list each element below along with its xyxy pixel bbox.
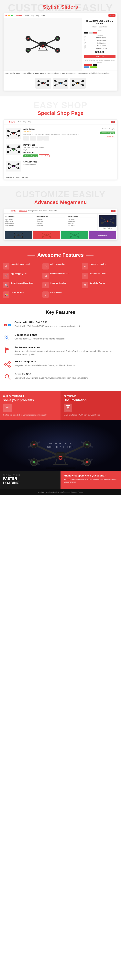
bar-red1 xyxy=(84,64,92,66)
svg-point-39 xyxy=(65,80,67,82)
nav-blog[interactable]: Blog xyxy=(36,15,39,16)
section-hero: DRONE PRODUCTS Shopify Theme xyxy=(0,420,121,471)
drone-thumb-2[interactable] xyxy=(53,78,68,89)
bottom-right-panel: Friendly Support Have Questions? Ask our… xyxy=(60,471,121,489)
drone-thumb-1[interactable] xyxy=(35,78,51,89)
product-panel: Hawki H300 - With Altitude Sensor Hawki … xyxy=(82,18,118,70)
mega-banner-2[interactable] xyxy=(33,231,60,239)
bar-blue1 xyxy=(84,67,89,68)
mega-item-nano[interactable]: Nano Fly xyxy=(68,223,96,224)
slider-main-image xyxy=(3,18,82,70)
mega-item-pocket[interactable]: Pocket Pro xyxy=(68,221,96,222)
nav-about[interactable]: About xyxy=(41,15,45,16)
feature-placeholder xyxy=(82,291,118,298)
add-cart-btn-2[interactable]: Add to Cart xyxy=(39,154,50,158)
mega-col-2-title: Racing Drones xyxy=(37,215,65,218)
thumb-drone-svg-1 xyxy=(37,79,50,87)
seo-magnifier-icon xyxy=(4,373,11,380)
mega-item-defy[interactable]: Defy Drones xyxy=(5,221,33,222)
mega-banner-4[interactable]: Google Fonts xyxy=(89,231,116,239)
mega-item-tiny[interactable]: Tiny Wings xyxy=(68,225,96,226)
option-label-feat: Features xyxy=(84,35,116,36)
check-headless[interactable]: ✓ xyxy=(84,48,86,49)
mega-item-storm[interactable]: Storm Drones xyxy=(5,225,33,226)
svg-point-38 xyxy=(54,80,56,82)
add-to-cart-button[interactable]: Add to Cart xyxy=(84,55,116,58)
section-sliders: Customize Easily Stylish Sliders HawKi H… xyxy=(0,0,121,96)
mega-col-1: GPS Drones Agile Drones Defy Drones Hawk… xyxy=(4,214,35,230)
check-altitude[interactable]: ✓ xyxy=(84,39,86,41)
mega-item-agile[interactable]: Agile Drones xyxy=(5,219,33,220)
mega-nav-gps[interactable]: GPS Drones xyxy=(19,210,27,212)
mega-mockup: HawKi GPS Drones Racing Drones Micro Dro… xyxy=(3,208,118,240)
shop-nav-blog[interactable]: Blog xyxy=(28,121,31,123)
browser-chrome: HawKi Home Shop Blog About 🛒 Cart xyxy=(3,13,118,18)
svg-point-48 xyxy=(72,80,74,82)
svg-point-81 xyxy=(18,167,19,169)
mega-item-turbopro[interactable]: Turbo Pro xyxy=(37,221,65,222)
mega-cart-btn[interactable]: 🛒 xyxy=(111,210,116,212)
mega-item-mini[interactable]: Mini Hover xyxy=(68,219,96,220)
shop-nav-shop[interactable]: Shop xyxy=(23,121,26,123)
banner-drone-2 xyxy=(42,232,52,238)
check-freeshipping[interactable]: ✓ xyxy=(84,37,86,38)
option-stabilization: ✓ Stabilization xyxy=(84,42,116,44)
svg-line-127 xyxy=(6,363,8,364)
option-text-return: Return Home xyxy=(87,45,116,47)
seo-desc: Coded with SEO in mind make your website… xyxy=(15,376,88,380)
feature-customize-title: Easy To Customize xyxy=(90,263,106,265)
color-black[interactable] xyxy=(84,32,88,33)
feature-owl: ◎ Product Owl carousel xyxy=(42,273,79,279)
color-white[interactable] xyxy=(89,32,93,33)
filters-icon: ≡ xyxy=(82,273,88,279)
mega-dropdown: GPS Drones Agile Drones Defy Drones Hawk… xyxy=(3,213,118,230)
mega-banner-1[interactable] xyxy=(5,231,32,239)
add-cart-btn-1[interactable]: Continue Shopping xyxy=(100,132,115,134)
svg-point-82 xyxy=(13,166,14,167)
mega-item-speedx1[interactable]: Speed X1 xyxy=(37,219,65,220)
feature-quickshop: 🔍 Quick Shop & Cloud Zoom xyxy=(3,282,39,288)
product-price: $680.00 xyxy=(84,51,116,54)
mega-banner-3[interactable] xyxy=(61,231,88,239)
svg-line-126 xyxy=(6,365,8,366)
drone-thumb-3[interactable] xyxy=(70,78,86,89)
support-left-tag: OUR EXPERTS WILL xyxy=(3,395,57,397)
nav-home[interactable]: Home xyxy=(25,15,29,16)
mega-item-night[interactable]: Night Vision xyxy=(37,225,65,226)
nav-shop[interactable]: Shop xyxy=(31,15,34,16)
cart-button[interactable]: 🛒 Cart xyxy=(108,14,116,17)
chrome-dot-yellow xyxy=(8,15,10,16)
bg-title-mega: Customize Easily xyxy=(3,189,118,199)
mega-nav-models[interactable]: Drone Models xyxy=(49,210,58,212)
fonts-desc: Choose from 600+ fonts from google fonts… xyxy=(15,337,65,340)
color-red[interactable] xyxy=(93,32,97,33)
mega-item-falcon4k[interactable]: Falcon 4K xyxy=(37,223,65,224)
hero-drone-area xyxy=(0,432,121,471)
thumb-sm-1b xyxy=(30,136,36,140)
shop-nav-home[interactable]: Home xyxy=(18,121,22,123)
social-feature-text: Social Integration Integrated with all s… xyxy=(15,360,76,367)
thumb-drone-svg-2 xyxy=(54,79,67,87)
svg-point-93 xyxy=(107,221,108,222)
support-right-title: Documentation xyxy=(64,398,118,402)
check-return[interactable]: ✓ xyxy=(84,45,86,47)
hero-product-name: DRONE PRODUCTS xyxy=(47,442,74,444)
shop-cart-btn[interactable]: 🛒 xyxy=(111,121,115,123)
check-stab[interactable]: ✓ xyxy=(84,42,86,44)
mega-drone-promo xyxy=(100,216,116,226)
svg-point-21 xyxy=(27,49,29,51)
footer-text: Need any help? Just submit a ticket to o… xyxy=(38,491,84,493)
support-right-panel: EXTENSIVE Documentation Learn how to use… xyxy=(60,391,121,420)
mega-item-hawki[interactable]: Hawki Drones xyxy=(5,223,33,224)
svg-point-124 xyxy=(5,363,6,365)
css3-badge: 3 xyxy=(8,324,11,326)
mega-nav-racing[interactable]: Racing Drones xyxy=(29,210,37,212)
key-feature-fonts: G Google Web Fonts Choose from 600+ font… xyxy=(3,333,118,342)
quick-view-btn-1[interactable]: Add to Cart xyxy=(105,135,115,138)
svg-point-118 xyxy=(78,233,79,234)
svg-line-129 xyxy=(8,378,10,380)
mega-nav-micro[interactable]: Micro Drones xyxy=(39,210,47,212)
chrome-dot-red xyxy=(5,15,7,16)
svg-point-51 xyxy=(82,84,84,86)
continue-btn-2[interactable]: Continue Shopping xyxy=(23,154,38,158)
